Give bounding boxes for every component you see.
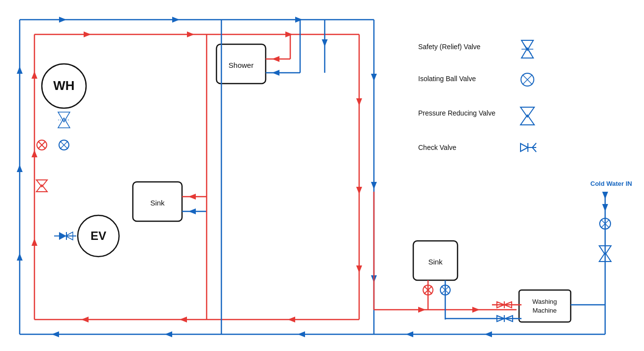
svg-marker-23 [356, 265, 362, 273]
svg-marker-10 [165, 331, 172, 337]
svg-marker-5 [371, 74, 377, 81]
svg-marker-26 [180, 317, 187, 322]
svg-marker-14 [17, 165, 23, 172]
svg-marker-53 [58, 118, 70, 128]
svg-marker-19 [285, 31, 293, 37]
svg-marker-31 [31, 71, 37, 79]
svg-marker-79 [472, 307, 480, 313]
svg-marker-75 [485, 331, 492, 337]
svg-marker-42 [322, 39, 328, 47]
svg-marker-25 [288, 317, 295, 322]
svg-marker-52 [58, 112, 70, 122]
legend-check-label: Check Valve [418, 144, 457, 151]
svg-marker-22 [356, 187, 362, 194]
svg-marker-1 [59, 17, 66, 23]
svg-text:Machine: Machine [532, 307, 556, 314]
shower-label: Shower [229, 61, 254, 69]
svg-marker-11 [52, 331, 59, 337]
svg-marker-61 [36, 180, 47, 187]
svg-marker-18 [187, 31, 194, 37]
svg-marker-45 [188, 194, 196, 200]
legend-isolating-label: Isolating Ball Valve [418, 75, 476, 83]
svg-marker-38 [272, 70, 279, 76]
svg-marker-62 [36, 185, 47, 192]
svg-marker-9 [298, 331, 305, 337]
svg-marker-47 [188, 208, 196, 214]
svg-marker-78 [418, 307, 426, 313]
washing-machine-label: Washing [532, 298, 557, 305]
svg-marker-116 [602, 192, 608, 199]
svg-marker-30 [31, 150, 37, 157]
svg-marker-27 [81, 317, 89, 322]
svg-marker-15 [17, 66, 23, 74]
svg-marker-111 [521, 144, 528, 151]
sink1-label: Sink [150, 199, 165, 207]
svg-marker-17 [84, 31, 91, 37]
svg-marker-29 [31, 238, 37, 246]
svg-marker-6 [371, 182, 377, 189]
svg-line-115 [532, 147, 536, 152]
svg-marker-3 [295, 17, 303, 23]
sink2-label: Sink [428, 258, 443, 266]
svg-marker-76 [406, 331, 413, 337]
svg-marker-21 [356, 98, 362, 106]
legend-safety-label: Safety (Relief) Valve [418, 43, 481, 51]
svg-marker-73 [602, 204, 608, 211]
svg-marker-36 [272, 56, 279, 62]
svg-marker-13 [17, 253, 23, 261]
cold-water-in-label: Cold Water IN [590, 180, 632, 187]
wh-label: WH [53, 78, 74, 93]
ev-label: EV [91, 229, 106, 242]
svg-marker-2 [172, 17, 180, 23]
svg-rect-89 [519, 290, 571, 322]
svg-line-114 [532, 143, 536, 147]
legend-prv-label: Pressure Reducing Valve [418, 109, 495, 117]
